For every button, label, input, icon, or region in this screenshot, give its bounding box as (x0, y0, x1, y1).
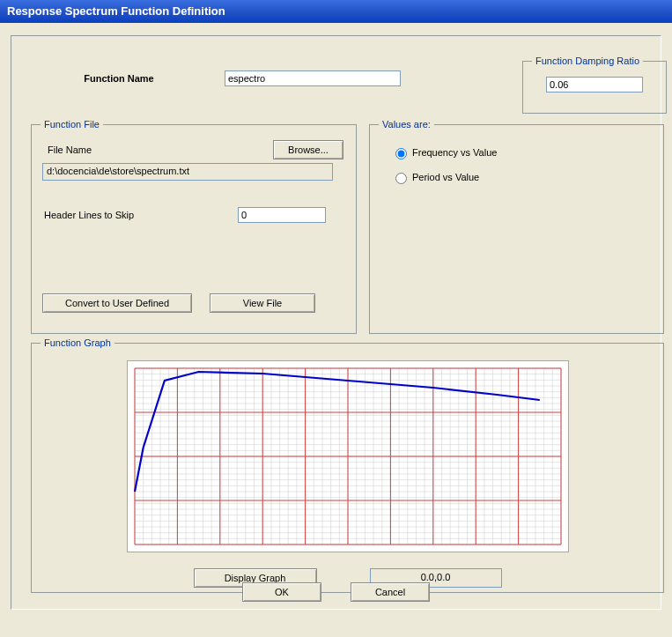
period-vs-value-radio[interactable] (395, 173, 407, 184)
function-name-input[interactable] (225, 70, 401, 86)
dialog-body: Function Name Function Damping Ratio Fun… (0, 23, 672, 637)
file-path-display: d:\docencia\de\store\spectrum.txt (42, 163, 333, 181)
damping-ratio-input[interactable] (546, 77, 643, 93)
browse-button[interactable]: Browse... (273, 140, 343, 159)
cancel-button[interactable]: Cancel (351, 582, 430, 602)
graph-canvas (127, 360, 569, 552)
function-graph-group: Function Graph Display Graph 0.0,0.0 (31, 337, 664, 593)
frequency-vs-value-label: Frequency vs Value (412, 147, 497, 158)
file-name-label: File Name (44, 144, 92, 155)
frequency-vs-value-radio[interactable] (395, 148, 407, 159)
function-name-row: Function Name (31, 61, 506, 96)
window-title: Response Spectrum Function Definition (7, 4, 225, 18)
ok-button[interactable]: OK (242, 582, 321, 602)
main-panel: Function Name Function Damping Ratio Fun… (11, 35, 661, 610)
function-name-label: Function Name (31, 73, 207, 84)
function-file-group: Function File File Name Browse... d:\doc… (31, 119, 357, 334)
function-file-legend: Function File (41, 119, 103, 130)
convert-user-defined-button[interactable]: Convert to User Defined (42, 293, 192, 313)
view-file-button[interactable]: View File (210, 293, 315, 313)
header-lines-input[interactable] (238, 207, 326, 223)
function-graph-legend: Function Graph (41, 337, 114, 348)
header-lines-label: Header Lines to Skip (41, 210, 238, 220)
graph-svg (128, 361, 568, 552)
period-vs-value-label: Period vs Value (412, 172, 479, 182)
damping-ratio-group: Function Damping Ratio (522, 56, 667, 114)
title-bar: Response Spectrum Function Definition (0, 0, 672, 23)
damping-ratio-legend: Function Damping Ratio (532, 56, 643, 66)
values-are-group: Values are: Frequency vs Value Period vs… (369, 119, 664, 334)
values-are-legend: Values are: (379, 119, 434, 130)
